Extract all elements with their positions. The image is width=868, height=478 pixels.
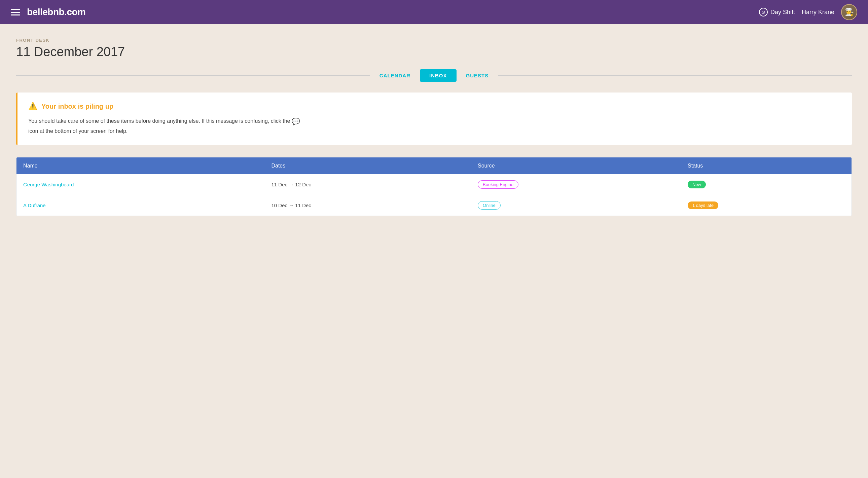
header-left: bellebnb.com xyxy=(11,7,86,18)
header: bellebnb.com ⊙ Day Shift Harry Krane 👨‍🍳 xyxy=(0,0,868,24)
tab-guests[interactable]: GUESTS xyxy=(457,69,498,82)
alert-body-suffix: icon at the bottom of your screen for he… xyxy=(28,128,127,134)
avatar[interactable]: 👨‍🍳 xyxy=(841,4,857,20)
bookings-table: Name Dates Source Status George Washingb… xyxy=(17,157,851,216)
alert-body-text: You should take care of some of these it… xyxy=(28,118,290,124)
guest-name-link[interactable]: A Dufrane xyxy=(23,202,46,208)
header-right: ⊙ Day Shift Harry Krane 👨‍🍳 xyxy=(759,4,857,20)
col-name: Name xyxy=(17,157,265,174)
status-badge-late: 1 days late xyxy=(688,201,718,209)
source-badge-booking-engine: Booking Engine xyxy=(478,180,519,189)
shift-label: Day Shift xyxy=(770,9,795,16)
tabs-container: CALENDAR INBOX GUESTS xyxy=(16,69,852,82)
alert-title: ⚠️ Your inbox is piling up xyxy=(28,102,841,111)
col-status: Status xyxy=(681,157,851,174)
alert-box: ⚠️ Your inbox is piling up You should ta… xyxy=(16,93,852,145)
tab-inbox[interactable]: INBOX xyxy=(420,69,457,82)
main-content: FRONT DESK 11 December 2017 CALENDAR INB… xyxy=(0,24,868,216)
tab-line-right xyxy=(498,75,852,76)
section-label: FRONT DESK xyxy=(16,38,852,43)
guest-name-link[interactable]: George Washingbeard xyxy=(23,182,74,187)
table-body: George Washingbeard 11 Dec → 12 Dec Book… xyxy=(17,174,851,216)
site-logo: bellebnb.com xyxy=(27,7,86,18)
col-source: Source xyxy=(471,157,681,174)
row-1-source: Booking Engine xyxy=(471,174,681,195)
tabs: CALENDAR INBOX GUESTS xyxy=(370,69,498,82)
col-dates: Dates xyxy=(265,157,471,174)
row-1-status: New xyxy=(681,174,851,195)
alert-title-text: Your inbox is piling up xyxy=(41,103,113,110)
menu-button[interactable] xyxy=(11,9,20,15)
status-badge-new: New xyxy=(688,181,706,188)
chat-icon: 💬 xyxy=(292,118,300,125)
tab-line-left xyxy=(16,75,370,76)
row-2-name: A Dufrane xyxy=(17,195,265,216)
user-name: Harry Krane xyxy=(802,9,834,16)
tab-calendar[interactable]: CALENDAR xyxy=(370,69,420,82)
inbox-table: Name Dates Source Status George Washingb… xyxy=(16,157,852,216)
source-badge-online: Online xyxy=(478,201,501,210)
table-row: George Washingbeard 11 Dec → 12 Dec Book… xyxy=(17,174,851,195)
alert-body: You should take care of some of these it… xyxy=(28,116,841,135)
row-1-name: George Washingbeard xyxy=(17,174,265,195)
row-2-status: 1 days late xyxy=(681,195,851,216)
row-2-dates: 10 Dec → 11 Dec xyxy=(265,195,471,216)
table-header: Name Dates Source Status xyxy=(17,157,851,174)
table-row: A Dufrane 10 Dec → 11 Dec Online 1 days … xyxy=(17,195,851,216)
warning-icon: ⚠️ xyxy=(28,102,37,111)
day-shift-indicator[interactable]: ⊙ Day Shift xyxy=(759,8,795,17)
page-date: 11 December 2017 xyxy=(16,45,852,59)
row-2-source: Online xyxy=(471,195,681,216)
row-1-dates: 11 Dec → 12 Dec xyxy=(265,174,471,195)
shift-icon: ⊙ xyxy=(759,8,768,17)
